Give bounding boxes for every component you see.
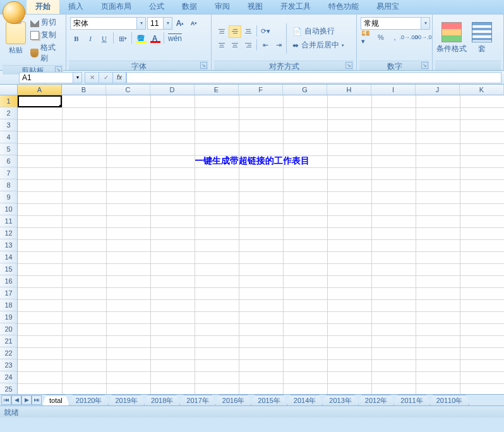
bold-button[interactable]: B — [70, 32, 83, 45]
row-header-7[interactable]: 7 — [0, 167, 17, 179]
col-header-b[interactable]: B — [62, 85, 106, 95]
insert-function-button[interactable]: fx — [112, 72, 126, 83]
font-color-button[interactable]: A — [148, 32, 161, 45]
sheet-tab[interactable]: 2017年 — [179, 395, 215, 405]
row-header-3[interactable]: 3 — [0, 119, 17, 131]
row-header-12[interactable]: 12 — [0, 227, 17, 239]
row-header-15[interactable]: 15 — [0, 263, 17, 275]
tab-home[interactable]: 开始 — [27, 0, 59, 14]
sheet-tab[interactable]: 2013年 — [322, 395, 358, 405]
sheet-tab[interactable]: 2016年 — [215, 395, 251, 405]
cells-grid[interactable]: 一键生成带超链接的工作表目 — [18, 95, 504, 394]
format-painter-button[interactable]: 格式刷 — [30, 42, 62, 64]
col-header-c[interactable]: C — [106, 85, 150, 95]
sheet-tab[interactable]: 2019年 — [108, 395, 144, 405]
number-launcher[interactable]: ↘ — [421, 62, 428, 69]
col-header-d[interactable]: D — [150, 85, 195, 95]
tab-formula[interactable]: 公式 — [140, 0, 173, 14]
row-header-13[interactable]: 13 — [0, 239, 17, 251]
row-header-19[interactable]: 19 — [0, 311, 17, 323]
row-header-24[interactable]: 24 — [0, 371, 17, 383]
row-header-22[interactable]: 22 — [0, 347, 17, 359]
row-header-5[interactable]: 5 — [0, 143, 17, 155]
sheet-tab[interactable]: 2011年 — [393, 395, 429, 405]
sheet-tab[interactable]: 20110年 — [429, 395, 470, 405]
tab-insert[interactable]: 插入 — [59, 0, 92, 14]
col-header-i[interactable]: I — [371, 85, 416, 95]
row-header-21[interactable]: 21 — [0, 335, 17, 347]
paste-button[interactable]: 粘贴 — [4, 20, 28, 61]
shrink-font-button[interactable]: A▾ — [188, 17, 200, 30]
row-header-17[interactable]: 17 — [0, 287, 17, 299]
tab-review[interactable]: 审阅 — [206, 0, 239, 14]
orientation-button[interactable]: ⟳▾ — [259, 25, 272, 38]
prev-sheet-button[interactable]: ◀ — [11, 395, 21, 405]
col-header-k[interactable]: K — [460, 85, 504, 95]
active-cell[interactable] — [18, 95, 62, 107]
grow-font-button[interactable]: A▴ — [174, 17, 186, 30]
col-header-e[interactable]: E — [195, 85, 239, 95]
font-name-combo[interactable]: 宋体▾ — [70, 17, 146, 30]
align-center-button[interactable] — [229, 39, 241, 52]
row-header-20[interactable]: 20 — [0, 323, 17, 335]
row-header-14[interactable]: 14 — [0, 251, 17, 263]
sheet-tab[interactable]: total — [42, 395, 69, 405]
decrease-indent-button[interactable]: ⇤ — [259, 39, 272, 52]
sheet-tab[interactable]: 20120年 — [69, 395, 109, 405]
phonetic-button[interactable]: wén — [167, 32, 183, 45]
row-header-8[interactable]: 8 — [0, 179, 17, 191]
currency-button[interactable]: 💴▾ — [361, 31, 373, 44]
font-size-combo[interactable]: 11▾ — [147, 17, 172, 30]
row-header-25[interactable]: 25 — [0, 383, 17, 394]
conditional-format-button[interactable]: 条件格式 — [436, 22, 467, 54]
tab-data[interactable]: 数据 — [173, 0, 206, 14]
tab-eyb[interactable]: 易用宝 — [368, 0, 408, 14]
col-header-a[interactable]: A — [18, 85, 62, 95]
select-all-corner[interactable] — [0, 85, 18, 95]
align-top-button[interactable] — [215, 25, 228, 38]
sheet-tab[interactable]: 2015年 — [251, 395, 287, 405]
col-header-j[interactable]: J — [416, 85, 460, 95]
copy-button[interactable]: 复制 — [30, 30, 62, 40]
row-header-6[interactable]: 6 — [0, 155, 17, 167]
first-sheet-button[interactable]: ⏮ — [1, 395, 11, 405]
sheet-tab[interactable]: 2012年 — [358, 395, 394, 405]
col-header-g[interactable]: G — [283, 85, 327, 95]
tab-dev[interactable]: 开发工具 — [272, 0, 320, 14]
next-sheet-button[interactable]: ▶ — [21, 395, 32, 405]
align-middle-button[interactable] — [229, 25, 241, 38]
cancel-formula-button[interactable]: ✕ — [85, 72, 99, 83]
tab-view[interactable]: 视图 — [239, 0, 272, 14]
enter-formula-button[interactable]: ✓ — [99, 72, 112, 83]
format-table-button[interactable]: 套 — [467, 22, 497, 54]
col-header-f[interactable]: F — [239, 85, 283, 95]
tab-special[interactable]: 特色功能 — [320, 0, 368, 14]
cut-button[interactable]: 剪切 — [30, 17, 62, 28]
row-header-11[interactable]: 11 — [0, 215, 17, 227]
sheet-tab[interactable]: 2018年 — [144, 395, 180, 405]
merge-center-button[interactable]: ⬌合并后居中▾ — [288, 39, 349, 52]
fill-color-button[interactable]: 🪣 — [135, 32, 147, 45]
sheet-tab[interactable]: 2014年 — [287, 395, 323, 405]
align-right-button[interactable] — [242, 39, 255, 52]
name-box[interactable]: A1▾ — [19, 72, 82, 83]
number-format-combo[interactable]: 常规▾ — [361, 17, 430, 30]
italic-button[interactable]: I — [84, 32, 97, 45]
formula-input[interactable] — [126, 72, 501, 83]
row-header-23[interactable]: 23 — [0, 359, 17, 371]
office-button[interactable] — [3, 1, 25, 24]
row-header-1[interactable]: 1 — [0, 95, 17, 107]
decrease-decimal-button[interactable]: .00→.0 — [416, 31, 429, 44]
last-sheet-button[interactable]: ⏭ — [32, 395, 42, 405]
row-header-18[interactable]: 18 — [0, 299, 17, 311]
row-header-2[interactable]: 2 — [0, 107, 17, 119]
col-header-h[interactable]: H — [327, 85, 371, 95]
tab-layout[interactable]: 页面布局 — [92, 0, 140, 14]
percent-button[interactable]: % — [375, 31, 387, 44]
align-launcher[interactable]: ↘ — [345, 62, 352, 69]
wrap-text-button[interactable]: 📄自动换行 — [288, 25, 349, 38]
row-header-16[interactable]: 16 — [0, 275, 17, 287]
row-header-4[interactable]: 4 — [0, 131, 17, 143]
border-button[interactable]: ⊞▾ — [116, 32, 129, 45]
row-header-9[interactable]: 9 — [0, 191, 17, 203]
